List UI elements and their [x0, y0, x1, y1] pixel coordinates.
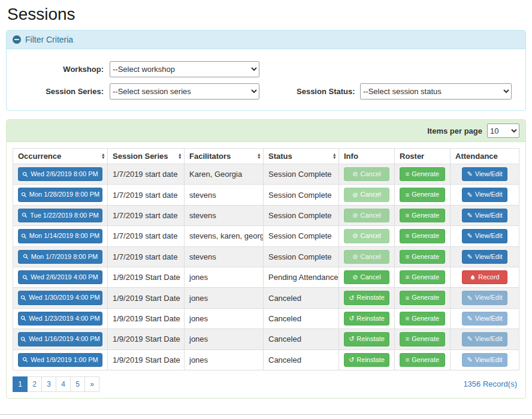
cancel-button[interactable]: ⊘Cancel — [344, 167, 389, 181]
generate-button[interactable]: ≡Generate — [400, 353, 445, 367]
session-series-cell: 1/7/2019 start date — [108, 164, 185, 185]
reinstate-button[interactable]: ↺Reinstate — [344, 291, 389, 305]
sort-icon[interactable]: ▴▾ — [179, 153, 181, 160]
pencil-icon: ✎ — [467, 171, 473, 177]
attendance-cell: ✎View/Edit — [451, 185, 519, 205]
view-edit-button[interactable]: ✎View/Edit — [462, 229, 507, 243]
cancel-button[interactable]: ⊘Cancel — [344, 250, 389, 264]
view-edit-button[interactable]: ✎View/Edit — [462, 332, 507, 346]
generate-button[interactable]: ≡Generate — [400, 229, 445, 243]
items-per-page-select[interactable]: 10 — [487, 123, 519, 138]
session-row: Mon 1/28/2019 8:00 PM1/7/2019 start date… — [13, 185, 519, 205]
cancel-button[interactable]: ⊘Cancel — [344, 188, 389, 201]
occurrence-cell: Tue 1/22/2019 8:00 PM — [13, 205, 108, 225]
cancel-button[interactable]: ⊘Cancel — [344, 270, 389, 284]
button-label: Reinstate — [356, 314, 384, 323]
generate-button[interactable]: ≡Generate — [400, 188, 445, 201]
occurrence-button[interactable]: Wed 1/30/2019 4:00 PM — [18, 291, 102, 305]
facilitators-cell: jones — [185, 267, 264, 287]
occurrence-cell: Wed 2/6/2019 8:00 PM — [13, 164, 108, 185]
ban-icon: ⊘ — [352, 212, 358, 219]
occurrence-button[interactable]: Mon 1/28/2019 8:00 PM — [18, 188, 102, 201]
occurrence-button[interactable]: Mon 1/7/2019 8:00 PM — [18, 250, 102, 264]
button-label: Generate — [412, 314, 439, 323]
page-button[interactable]: 5 — [70, 376, 85, 392]
filter-panel-header[interactable]: Filter Criteria — [7, 31, 525, 49]
pencil-icon: ✎ — [467, 315, 473, 322]
sessions-panel-body: Occurrence▴▾Session Series▴▾Facilitators… — [7, 142, 525, 398]
generate-button[interactable]: ≡Generate — [400, 312, 445, 325]
magnifier-icon — [21, 233, 27, 239]
reinstate-button[interactable]: ↺Reinstate — [344, 353, 389, 367]
occurrence-button[interactable]: Wed 2/6/2019 8:00 PM — [18, 167, 102, 181]
collapse-icon[interactable] — [13, 35, 21, 44]
occurrence-button[interactable]: Wed 1/9/2019 1:00 PM — [18, 353, 102, 367]
magnifier-icon — [20, 295, 26, 301]
magnifier-icon — [20, 315, 26, 321]
sort-icon[interactable]: ▴▾ — [258, 153, 260, 160]
info-cell: ⊘Cancel — [339, 226, 395, 246]
occurrence-cell: Wed 2/6/2019 4:00 PM — [13, 267, 108, 287]
status-cell: Session Complete — [264, 246, 339, 267]
generate-button[interactable]: ≡Generate — [400, 332, 445, 346]
page-button[interactable]: 1 — [13, 376, 28, 392]
generate-button[interactable]: ≡Generate — [400, 209, 445, 222]
view-edit-button[interactable]: ✎View/Edit — [462, 167, 507, 181]
view-edit-button[interactable]: ✎View/Edit — [462, 250, 507, 264]
occurrence-button[interactable]: Wed 1/23/2019 4:00 PM — [18, 312, 102, 325]
view-edit-button[interactable]: ✎View/Edit — [462, 209, 507, 222]
roster-cell: ≡Generate — [395, 267, 451, 287]
record-button[interactable]: Record — [462, 270, 507, 284]
button-label: Generate — [412, 252, 439, 261]
button-label: Reinstate — [356, 293, 384, 302]
pencil-icon: ✎ — [467, 295, 473, 302]
page-button[interactable]: 3 — [41, 376, 56, 392]
page-button[interactable]: 2 — [27, 376, 42, 392]
reinstate-button[interactable]: ↺Reinstate — [344, 332, 389, 346]
page-button[interactable]: 4 — [56, 376, 71, 392]
next-page-button[interactable]: » — [84, 376, 99, 392]
page-title: Sessions — [0, 5, 532, 24]
session-status-select[interactable]: --Select session status — [360, 83, 512, 100]
sessions-panel: Items per page 10 Occurrence▴▾Session Se… — [6, 119, 526, 399]
sort-icon[interactable]: ▴▾ — [333, 153, 335, 160]
button-label: View/Edit — [475, 293, 503, 302]
reinstate-button[interactable]: ↺Reinstate — [344, 312, 389, 325]
filter-panel-title: Filter Criteria — [25, 35, 73, 44]
sort-icon[interactable]: ▴▾ — [102, 153, 104, 160]
pencil-icon: ✎ — [467, 336, 473, 342]
generate-button[interactable]: ≡Generate — [400, 250, 445, 264]
session-series-cell: 1/9/2019 Start Date — [108, 349, 185, 370]
generate-button[interactable]: ≡Generate — [400, 291, 445, 305]
occurrence-button[interactable]: Wed 1/16/2019 4:00 PM — [18, 332, 102, 346]
occurrence-button[interactable]: Tue 1/22/2019 8:00 PM — [18, 209, 102, 222]
column-header[interactable]: Facilitators▴▾ — [185, 149, 264, 164]
button-label: Generate — [412, 355, 439, 364]
magnifier-icon — [22, 275, 28, 281]
session-series-cell: 1/7/2019 start date — [108, 246, 185, 267]
button-label: View/Edit — [475, 314, 503, 323]
cancel-button[interactable]: ⊘Cancel — [344, 229, 389, 243]
status-cell: Pending Attendance — [264, 267, 339, 287]
roster-cell: ≡Generate — [395, 329, 451, 349]
button-label: Generate — [412, 190, 439, 199]
occurrence-button[interactable]: Wed 2/6/2019 4:00 PM — [18, 270, 102, 284]
generate-button[interactable]: ≡Generate — [400, 270, 445, 284]
facilitators-cell: stevens — [185, 205, 264, 225]
view-edit-button[interactable]: ✎View/Edit — [462, 312, 507, 325]
column-header[interactable]: Occurrence▴▾ — [13, 149, 108, 164]
view-edit-button[interactable]: ✎View/Edit — [462, 188, 507, 201]
attendance-cell: Record — [451, 267, 519, 287]
ban-icon: ⊘ — [352, 274, 358, 281]
workshop-select[interactable]: --Select workshop — [110, 61, 259, 77]
view-edit-button[interactable]: ✎View/Edit — [462, 353, 507, 367]
column-header[interactable]: Status▴▾ — [264, 149, 339, 164]
view-edit-button[interactable]: ✎View/Edit — [462, 291, 507, 305]
column-header[interactable]: Session Series▴▾ — [108, 149, 185, 164]
occurrence-cell: Wed 1/30/2019 4:00 PM — [13, 288, 108, 308]
cancel-button[interactable]: ⊘Cancel — [344, 209, 389, 222]
session-series-select[interactable]: --Select session series — [110, 83, 259, 100]
session-row: Wed 2/6/2019 8:00 PM1/7/2019 start dateK… — [13, 164, 519, 185]
occurrence-button[interactable]: Mon 1/14/2019 8:00 PM — [18, 229, 102, 243]
generate-button[interactable]: ≡Generate — [400, 167, 445, 181]
